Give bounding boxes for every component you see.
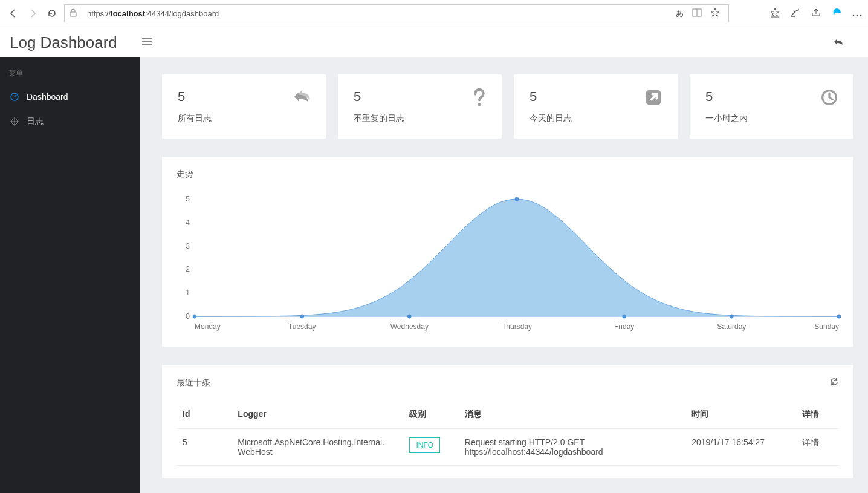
- gauge-icon: [10, 92, 19, 102]
- recent-table: Id Logger 级别 消息 时间 详情 5Microsoft.AspNetC…: [177, 400, 839, 466]
- stat-value: 5: [354, 89, 404, 105]
- th-level: 级别: [403, 400, 458, 429]
- back-icon[interactable]: [6, 6, 21, 21]
- main-content: 5所有日志5不重复的日志5今天的日志5一小时之内 走势 012345 Monda…: [140, 57, 868, 493]
- stat-card[interactable]: 5今天的日志: [514, 74, 678, 139]
- x-tick: Tuesday: [288, 322, 316, 331]
- reading-icon[interactable]: [692, 8, 702, 19]
- favorites-icon[interactable]: [770, 8, 780, 19]
- cell-level: INFO: [403, 429, 458, 466]
- th-action: 详情: [796, 400, 839, 429]
- cell-msg: Request starting HTTP/2.0 GET https://lo…: [459, 429, 685, 466]
- stat-value: 5: [705, 89, 748, 105]
- y-tick: 0: [186, 312, 190, 321]
- star-icon[interactable]: [710, 8, 720, 19]
- th-time: 时间: [685, 400, 796, 429]
- table-row: 5Microsoft.AspNetCore.Hosting.Internal.W…: [177, 429, 839, 466]
- svg-point-16: [478, 103, 481, 106]
- refresh-icon[interactable]: [45, 6, 59, 21]
- edge-icon[interactable]: [832, 8, 841, 19]
- sidebar-item-label: 日志: [27, 116, 44, 127]
- cell-action[interactable]: 详情: [796, 429, 839, 466]
- refresh-icon[interactable]: [829, 377, 839, 388]
- more-icon[interactable]: [852, 8, 862, 18]
- recent-panel: 最近十条 Id Logger 级别 消息 时间 详情 5Microsoft.As…: [162, 365, 853, 478]
- notes-icon[interactable]: [791, 8, 800, 19]
- svg-point-5: [853, 15, 855, 16]
- y-tick: 4: [186, 218, 190, 227]
- stat-card[interactable]: 5所有日志: [162, 74, 326, 139]
- trend-panel: 走势 012345 MondayTuesdayWednesdayThursday…: [162, 157, 853, 347]
- svg-point-6: [857, 15, 858, 16]
- sidebar-item-logs[interactable]: 日志: [0, 109, 140, 134]
- y-tick: 1: [186, 289, 190, 297]
- stat-label: 一小时之内: [705, 113, 748, 124]
- browser-chrome: https://localhost:44344/logdashboard あ: [0, 0, 868, 27]
- sidebar-section-label: 菜单: [0, 66, 140, 85]
- reply-icon[interactable]: [833, 39, 844, 48]
- svg-line-12: [15, 95, 16, 97]
- share-icon[interactable]: [811, 8, 821, 19]
- question-icon: [473, 89, 486, 109]
- x-tick: Monday: [195, 322, 221, 331]
- clock-icon: [821, 89, 838, 108]
- x-tick: Saturday: [717, 322, 746, 331]
- svg-point-7: [860, 15, 862, 16]
- translate-icon[interactable]: あ: [676, 8, 684, 19]
- target-icon: [10, 117, 19, 126]
- recent-title: 最近十条: [177, 377, 210, 388]
- stat-label: 今天的日志: [530, 113, 572, 124]
- trend-title: 走势: [177, 169, 193, 180]
- stat-label: 不重复的日志: [354, 113, 404, 124]
- th-id: Id: [177, 400, 232, 429]
- stat-label: 所有日志: [178, 113, 212, 124]
- y-tick: 5: [186, 195, 190, 203]
- sidebar-item-dashboard[interactable]: Dashboard: [0, 85, 140, 109]
- cell-id: 5: [177, 429, 232, 466]
- app-title: Log Dashboard: [10, 33, 140, 52]
- x-tick: Wednesday: [390, 322, 429, 331]
- reply-icon: [292, 89, 310, 106]
- th-msg: 消息: [459, 400, 685, 429]
- x-tick: Friday: [614, 322, 634, 331]
- x-tick: Sunday: [814, 322, 839, 331]
- cell-logger: Microsoft.AspNetCore.Hosting.Internal.We…: [232, 429, 403, 466]
- sidebar: 菜单 Dashboard 日志: [0, 57, 140, 493]
- external-icon: [645, 89, 662, 108]
- stat-value: 5: [178, 89, 212, 105]
- url-text: https://localhost:44344/logdashboard: [87, 9, 671, 18]
- lock-icon: [70, 8, 77, 19]
- level-badge: INFO: [409, 437, 440, 453]
- menu-toggle-icon[interactable]: [140, 35, 154, 50]
- stat-card[interactable]: 5一小时之内: [690, 74, 853, 139]
- trend-chart: 012345 MondayTuesdayWednesdayThursdayFri…: [177, 195, 839, 335]
- stat-value: 5: [530, 89, 572, 105]
- th-logger: Logger: [232, 400, 403, 429]
- app-header: Log Dashboard: [0, 27, 868, 57]
- y-tick: 2: [186, 265, 190, 273]
- address-bar[interactable]: https://localhost:44344/logdashboard あ: [64, 4, 729, 22]
- stat-card[interactable]: 5不重复的日志: [338, 74, 502, 139]
- sidebar-item-label: Dashboard: [27, 92, 68, 102]
- x-tick: Thursday: [502, 322, 532, 331]
- svg-rect-0: [70, 12, 76, 16]
- cell-time: 2019/1/17 16:54:27: [685, 429, 796, 466]
- forward-icon[interactable]: [25, 6, 40, 21]
- y-tick: 3: [186, 242, 190, 250]
